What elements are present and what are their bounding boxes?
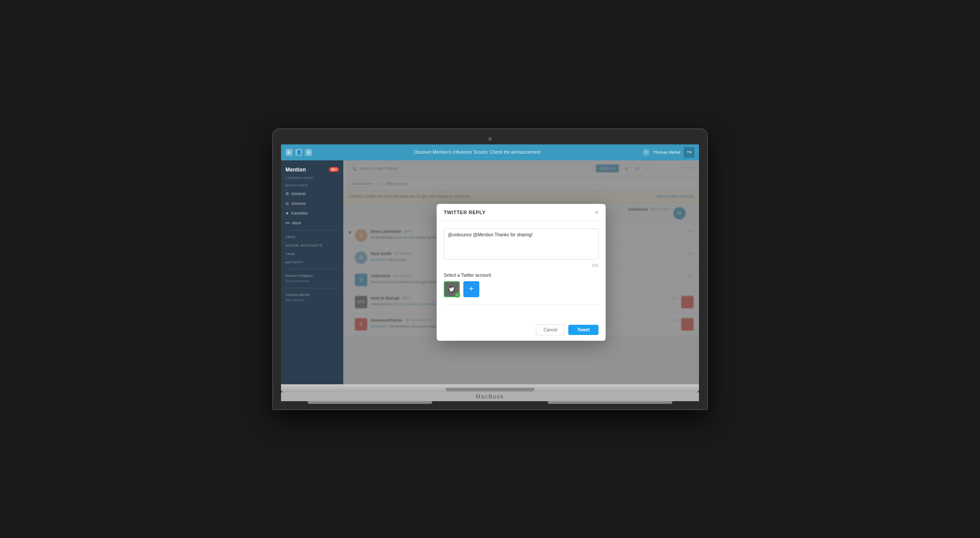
divider-1	[285, 230, 339, 231]
sidebar: Mention 30+ CURRENT ALERT MENTIONS ⚙ Gen…	[281, 160, 343, 384]
laptop-screen: ⊞ 👤 ⚙ Discover Mention's Influencer Scor…	[281, 144, 699, 384]
account-selected-check: ✓	[455, 292, 460, 298]
mentions-section-label: MENTIONS	[281, 181, 343, 188]
modal-footer: Cancel Tweet	[437, 319, 606, 341]
twitter-bird-icon	[448, 285, 456, 293]
sidebar-task[interactable]: TASK	[281, 250, 343, 258]
modal-body: 101 Select a Twitter account	[437, 221, 606, 319]
sidebar-item-sources[interactable]: ◎ Sources	[281, 199, 343, 208]
sidebar-social-accounts[interactable]: SOCIAL ACCOUNTS	[281, 242, 343, 249]
content-area: 🔍 Filters ▾ ★ ⊞ ≡	[343, 160, 699, 384]
product-designer-sub: 53 new mentions	[281, 279, 343, 285]
announcement-text: Discover Mention's Influencer Scores: Ch…	[316, 150, 639, 155]
tweet-text-input[interactable]	[444, 228, 598, 259]
laptop-foot	[281, 401, 699, 404]
product-designer-alert[interactable]: Product Designer	[281, 272, 343, 279]
modal-divider	[444, 304, 598, 305]
thomas-michel-name[interactable]: Thomas Michel	[281, 291, 343, 298]
sources-label: Sources	[291, 201, 306, 206]
modal-title: TWITTER REPLY	[444, 210, 486, 215]
favorites-label: Favorites	[291, 211, 308, 215]
source-icon: ◎	[285, 201, 289, 206]
settings-icon[interactable]: ⚙	[305, 149, 312, 156]
sidebar-brand: Mention 30+	[281, 164, 343, 175]
divider-2	[285, 269, 339, 269]
app-container: ⊞ 👤 ⚙ Discover Mention's Influencer Scor…	[281, 144, 699, 384]
divider-3	[285, 288, 339, 288]
sidebar-tags[interactable]: TAGS	[281, 233, 343, 241]
modal-header: TWITTER REPLY ×	[437, 204, 606, 221]
help-icon[interactable]: ?	[643, 149, 650, 156]
gear-icon: ⚙	[285, 191, 289, 196]
twitter-account-selected[interactable]: ✓	[444, 281, 460, 297]
brand-name: Mention	[285, 167, 306, 173]
general-label: General	[291, 191, 305, 196]
screen-bezel: ⊞ 👤 ⚙ Discover Mention's Influencer Scor…	[272, 128, 708, 410]
main-content: Mention 30+ CURRENT ALERT MENTIONS ⚙ Gen…	[281, 160, 699, 384]
camera	[488, 137, 492, 141]
more-icon: •••	[285, 221, 289, 225]
char-count: 101	[444, 263, 598, 267]
more-label: More	[292, 221, 301, 225]
thomas-michel-sub: 306 mentions	[281, 299, 343, 304]
foot-pad-right	[548, 401, 672, 404]
sidebar-activity[interactable]: ACTIVITY	[281, 259, 343, 266]
top-bar: ⊞ 👤 ⚙ Discover Mention's Influencer Scor…	[281, 144, 699, 160]
laptop-base	[281, 384, 699, 392]
profile-icon[interactable]: 👤	[295, 149, 302, 156]
tweet-button[interactable]: Tweet	[568, 325, 598, 335]
mentions-badge: 30+	[329, 167, 339, 172]
sidebar-item-general[interactable]: ⚙ General	[281, 189, 343, 198]
dashboard-icon[interactable]: ⊞	[285, 149, 293, 156]
twitter-reply-modal: TWITTER REPLY × 101 Select a Twitter acc…	[437, 204, 606, 341]
current-alert-label: CURRENT ALERT	[281, 176, 343, 180]
laptop: ⊞ 👤 ⚙ Discover Mention's Influencer Scor…	[272, 128, 708, 410]
cancel-button[interactable]: Cancel	[536, 324, 565, 335]
modal-close-button[interactable]: ×	[595, 209, 598, 215]
laptop-notch	[446, 388, 534, 391]
sidebar-item-more[interactable]: ••• More	[281, 219, 343, 227]
laptop-label: MacBook	[281, 392, 699, 401]
top-bar-icons: ⊞ 👤 ⚙	[285, 149, 312, 156]
foot-pad-left	[308, 401, 432, 404]
star-icon: ★	[285, 211, 289, 215]
twitter-account-label: Select a Twitter account	[444, 273, 598, 278]
twitter-accounts-list: ✓ +	[444, 281, 598, 297]
modal-overlay: TWITTER REPLY × 101 Select a Twitter acc…	[343, 160, 699, 384]
top-bar-right: ? Thomas Michel TM	[643, 147, 695, 158]
sidebar-item-favorites[interactable]: ★ Favorites	[281, 209, 343, 218]
user-avatar[interactable]: TM	[684, 147, 695, 158]
add-twitter-account-button[interactable]: +	[463, 281, 479, 297]
top-bar-username: Thomas Michel	[653, 150, 680, 155]
